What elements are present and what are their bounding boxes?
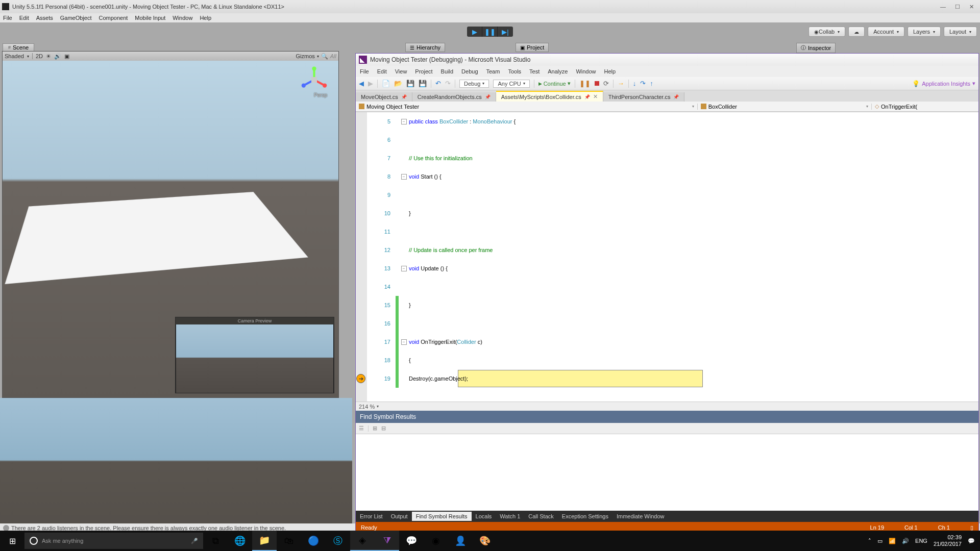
- clear-icon[interactable]: ☰: [359, 425, 364, 432]
- gizmos-dropdown[interactable]: Gizmos: [296, 53, 314, 59]
- app-insights-button[interactable]: Application Insights ▾: [912, 80, 975, 87]
- vs-menu-build[interactable]: Build: [441, 68, 453, 74]
- save-all-icon[interactable]: 💾: [419, 80, 427, 87]
- open-icon[interactable]: 📂: [394, 80, 402, 87]
- step-over-icon[interactable]: ↷: [640, 80, 646, 87]
- minimize-icon[interactable]: —: [940, 4, 946, 10]
- bottom-tab-find-symbol-results[interactable]: Find Symbol Results: [412, 512, 472, 521]
- layers-dropdown[interactable]: Layers▾: [908, 27, 941, 37]
- discord-icon[interactable]: 💬: [399, 531, 424, 551]
- menu-mobileinput[interactable]: Mobile Input: [135, 15, 165, 21]
- app-icon[interactable]: 👤: [448, 531, 473, 551]
- continue-button[interactable]: Continue ▾: [538, 80, 571, 87]
- bottom-tab-output[interactable]: Output: [387, 512, 412, 521]
- context-class[interactable]: BoxCollider▾: [698, 104, 872, 110]
- vs-menu-team[interactable]: Team: [486, 68, 500, 74]
- mic-icon[interactable]: 🎤: [191, 538, 198, 544]
- bottom-tab-call-stack[interactable]: Call Stack: [524, 512, 558, 521]
- pause-button[interactable]: ❚❚: [482, 27, 498, 37]
- orientation-gizmo-icon[interactable]: [300, 66, 328, 94]
- cloud-button[interactable]: ☁: [848, 27, 865, 37]
- 2d-toggle[interactable]: 2D: [36, 53, 43, 59]
- menu-help[interactable]: Help: [200, 15, 211, 21]
- volume-icon[interactable]: 🔊: [902, 538, 909, 544]
- steam-icon[interactable]: ◉: [424, 531, 448, 551]
- light-icon[interactable]: ☀: [46, 53, 51, 60]
- vs-menu-window[interactable]: Window: [576, 68, 596, 74]
- scene-tab[interactable]: Scene: [3, 43, 34, 51]
- hierarchy-tab[interactable]: ☰ Hierarchy: [405, 43, 445, 52]
- break-all-icon[interactable]: ❚❚: [579, 80, 591, 87]
- audio-icon[interactable]: 🔊: [54, 53, 61, 60]
- step-arrow-icon[interactable]: →: [618, 80, 624, 87]
- start-button[interactable]: ⊞: [0, 531, 24, 551]
- bottom-tab-error-list[interactable]: Error List: [356, 512, 387, 521]
- close-icon[interactable]: ✕: [969, 4, 974, 10]
- vs-menu-analyze[interactable]: Analyze: [548, 68, 568, 74]
- unity-taskbar-icon[interactable]: ◈: [350, 531, 375, 551]
- stop-icon[interactable]: [595, 81, 599, 86]
- bottom-tab-watch-1[interactable]: Watch 1: [496, 512, 524, 521]
- new-icon[interactable]: 📄: [382, 80, 390, 87]
- platform-dropdown[interactable]: Any CPU ▾: [493, 80, 529, 88]
- bottom-tab-immediate-window[interactable]: Immediate Window: [612, 512, 669, 521]
- collab-dropdown[interactable]: ◉ Collab▾: [808, 27, 845, 37]
- back-icon[interactable]: ◀: [359, 80, 364, 87]
- forward-icon[interactable]: ▶: [368, 80, 373, 87]
- restart-icon[interactable]: ⟳: [603, 80, 609, 87]
- tab-moveobject[interactable]: MoveObject.cs📌: [356, 92, 412, 102]
- vs-menu-debug[interactable]: Debug: [461, 68, 478, 74]
- save-icon[interactable]: 💾: [406, 80, 414, 87]
- zoom-dropdown[interactable]: 214 %: [359, 404, 375, 410]
- bottom-tab-exception-settings[interactable]: Exception Settings: [558, 512, 612, 521]
- lang-indicator[interactable]: ENG: [915, 538, 927, 544]
- maximize-icon[interactable]: ☐: [955, 4, 960, 10]
- menu-window[interactable]: Window: [173, 15, 192, 21]
- tab-boxcollider[interactable]: Assets\MyScripts\BoxCollider.cs📌✕: [496, 91, 603, 102]
- menu-assets[interactable]: Assets: [36, 15, 53, 21]
- vs-menu-tools[interactable]: Tools: [508, 68, 521, 74]
- step-button[interactable]: ▶|: [498, 27, 513, 37]
- code-editor[interactable]: 5678910111213141516171819 −−−− public cl…: [356, 112, 978, 402]
- vs-menu-help[interactable]: Help: [604, 68, 616, 74]
- tray-up-icon[interactable]: ˄: [868, 538, 871, 544]
- step-out-icon[interactable]: ↑: [650, 80, 653, 87]
- store-icon[interactable]: 🛍: [277, 531, 301, 551]
- account-dropdown[interactable]: Account▾: [868, 27, 904, 37]
- config-dropdown[interactable]: Debug ▾: [459, 80, 489, 88]
- clock[interactable]: 02:39 21/02/2017: [934, 534, 962, 547]
- chrome-icon[interactable]: 🔵: [301, 531, 326, 551]
- notifications-icon[interactable]: 💬: [968, 538, 975, 544]
- context-member[interactable]: ◇OnTriggerExit(: [872, 103, 978, 110]
- cortana-search[interactable]: Ask me anything 🎤: [24, 533, 203, 549]
- edge-icon[interactable]: 🌐: [228, 531, 252, 551]
- tree2-icon[interactable]: ⊟: [381, 425, 386, 432]
- layout-dropdown[interactable]: Layout▾: [944, 27, 977, 37]
- context-project[interactable]: Moving Object Tester▾: [356, 104, 698, 110]
- menu-component[interactable]: Component: [99, 15, 128, 21]
- wifi-icon[interactable]: 📶: [889, 538, 896, 544]
- play-button[interactable]: ▶: [467, 27, 482, 37]
- skype-icon[interactable]: Ⓢ: [326, 531, 350, 551]
- inspector-tab[interactable]: ⓘ Inspector: [796, 43, 836, 53]
- scene-viewport[interactable]: Persp Camera Preview: [3, 61, 338, 397]
- close-tab-icon[interactable]: ✕: [593, 93, 598, 100]
- vs-menu-edit[interactable]: Edit: [377, 68, 387, 74]
- bottom-tab-locals[interactable]: Locals: [472, 512, 496, 521]
- tab-thirdperson[interactable]: ThirdPersonCharacter.cs📌: [603, 92, 685, 102]
- menu-file[interactable]: File: [3, 15, 12, 21]
- tree-icon[interactable]: ⊞: [373, 425, 377, 432]
- project-tab[interactable]: ▣ Project: [516, 43, 549, 52]
- menu-gameobject[interactable]: GameObject: [60, 15, 92, 21]
- vs-taskbar-icon[interactable]: ⧩: [375, 531, 399, 551]
- scene-search[interactable]: All: [330, 53, 336, 59]
- shaded-dropdown[interactable]: Shaded: [5, 53, 24, 59]
- vs-menu-view[interactable]: View: [395, 68, 407, 74]
- battery-icon[interactable]: ▭: [877, 538, 883, 544]
- undo-icon[interactable]: ↶: [435, 80, 441, 87]
- menu-edit[interactable]: Edit: [19, 15, 29, 21]
- vs-menu-file[interactable]: File: [360, 68, 369, 74]
- tab-createrandom[interactable]: CreateRandomObjects.cs📌: [412, 92, 496, 102]
- explorer-icon[interactable]: 📁: [252, 531, 277, 551]
- vs-menu-project[interactable]: Project: [415, 68, 432, 74]
